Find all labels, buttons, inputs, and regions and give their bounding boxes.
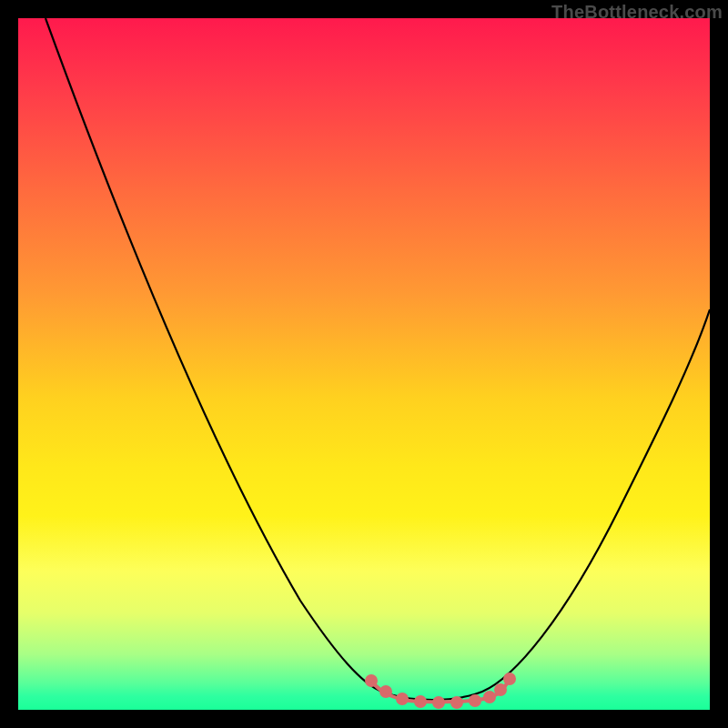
svg-point-1 [381,687,390,696]
svg-point-2 [398,694,407,703]
plot-area [18,18,710,710]
svg-point-6 [470,696,480,705]
watermark-text: TheBottleneck.com [551,2,723,23]
optimal-flat-marker [367,674,514,707]
svg-point-0 [367,676,376,685]
svg-point-8 [496,685,505,694]
curve-layer [18,18,710,710]
svg-point-4 [434,698,443,707]
chart-frame: TheBottleneck.com [0,0,728,728]
svg-point-9 [505,674,514,683]
svg-point-3 [416,697,425,706]
svg-point-5 [452,698,461,707]
bottleneck-curve [46,18,710,700]
svg-point-7 [485,693,494,702]
